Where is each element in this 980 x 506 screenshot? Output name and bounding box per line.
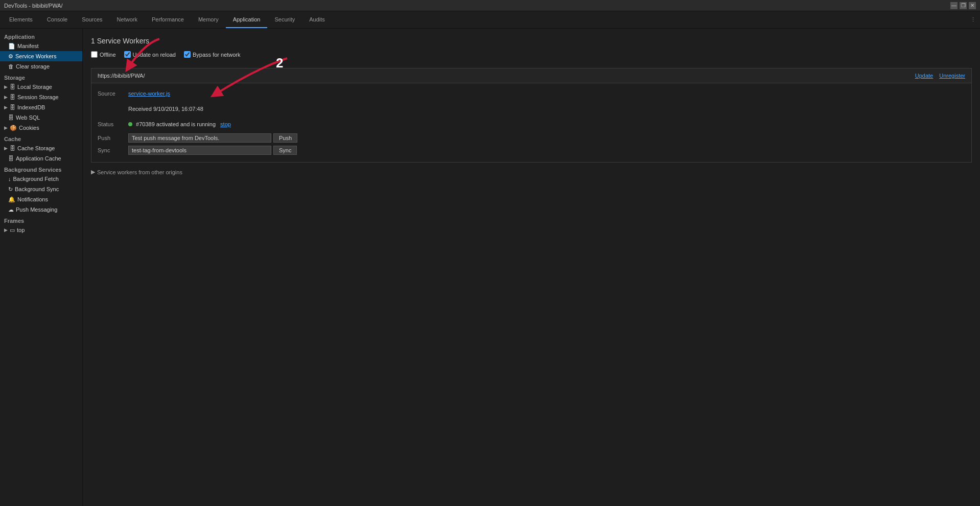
sw-sync-row: Sync Sync bbox=[98, 146, 965, 155]
push-label: Push bbox=[98, 135, 128, 141]
fetch-icon: ↓ bbox=[8, 176, 11, 182]
sw-url: https://bibibit/PWA/ bbox=[98, 73, 145, 79]
toolbar-icons: ⋮ bbox=[970, 11, 980, 28]
sidebar-section-frames: Frames bbox=[0, 215, 82, 225]
tab-sources[interactable]: Sources bbox=[75, 11, 109, 28]
maximize-button[interactable]: ❐ bbox=[960, 2, 967, 9]
sw-entry-header: https://bibibit/PWA/ Update Unregister bbox=[91, 68, 971, 83]
sidebar-item-local-storage[interactable]: ▶ 🗄 Local Storage bbox=[0, 82, 82, 92]
tab-elements[interactable]: Elements bbox=[2, 11, 40, 28]
bypass-for-network-label[interactable]: Bypass for network bbox=[184, 51, 241, 58]
sidebar-item-clear-storage[interactable]: 🗑 Clear storage bbox=[0, 61, 82, 72]
sidebar-item-indexeddb[interactable]: ▶ 🗄 IndexedDB bbox=[0, 102, 82, 112]
update-link[interactable]: Update bbox=[915, 73, 933, 79]
stop-link[interactable]: stop bbox=[220, 121, 231, 127]
sw-header-actions: Update Unregister bbox=[915, 73, 965, 79]
source-file-link[interactable]: service-worker.js bbox=[128, 90, 170, 97]
offline-checkbox-label[interactable]: Offline bbox=[91, 51, 116, 58]
window-controls[interactable]: — ❐ ✕ bbox=[950, 2, 976, 9]
db-icon: 🗄 bbox=[10, 104, 15, 110]
sidebar-section-application: Application bbox=[0, 31, 82, 41]
db-icon: 🗄 bbox=[8, 114, 14, 121]
cache-icon: 🗄 bbox=[10, 145, 15, 151]
sidebar-item-web-sql[interactable]: 🗄 Web SQL bbox=[0, 112, 82, 123]
more-icon[interactable]: ⋮ bbox=[970, 16, 976, 23]
sw-panel-title: 1 Service Workers bbox=[91, 37, 972, 45]
offline-checkbox[interactable] bbox=[91, 51, 98, 58]
received-text: Received 9/10/2019, 16:07:48 bbox=[128, 106, 203, 112]
sw-entry-body: Source service-worker.js Received 9/10/2… bbox=[91, 83, 971, 162]
tab-memory[interactable]: Memory bbox=[191, 11, 226, 28]
frame-icon: ▭ bbox=[10, 227, 15, 234]
notifications-icon: 🔔 bbox=[8, 196, 15, 203]
sidebar-item-service-workers[interactable]: ⚙ Service Workers bbox=[0, 51, 82, 61]
main-layout: Application 📄 Manifest ⚙ Service Workers… bbox=[0, 29, 980, 506]
cookie-icon: 🍪 bbox=[10, 125, 17, 131]
sidebar-section-storage: Storage bbox=[0, 72, 82, 82]
sw-status-value: #70389 activated and is running stop bbox=[128, 121, 231, 127]
sw-other-origins[interactable]: ▶ Service workers from other origins bbox=[91, 169, 972, 175]
sw-entry: https://bibibit/PWA/ Update Unregister S… bbox=[91, 68, 972, 163]
sw-checkboxes: Offline Update on reload Bypass for netw… bbox=[91, 51, 972, 58]
sw-push-row: Push Push bbox=[98, 133, 965, 143]
sync-icon: ↻ bbox=[8, 186, 13, 193]
sidebar-section-bg-services: Background Services bbox=[0, 164, 82, 174]
db-icon: 🗄 bbox=[10, 84, 15, 90]
sidebar-item-application-cache[interactable]: 🗄 Application Cache bbox=[0, 153, 82, 164]
sidebar-item-background-fetch[interactable]: ↓ Background Fetch bbox=[0, 174, 82, 184]
bypass-for-network-checkbox[interactable] bbox=[184, 51, 191, 58]
tab-audits[interactable]: Audits bbox=[302, 11, 332, 28]
sidebar-item-push-messaging[interactable]: ☁ Push Messaging bbox=[0, 204, 82, 215]
cache-icon: 🗄 bbox=[8, 155, 14, 162]
status-dot bbox=[128, 122, 132, 126]
devtools-toolbar: Elements Console Sources Network Perform… bbox=[0, 11, 980, 29]
service-workers-icon: ⚙ bbox=[8, 53, 13, 60]
sync-button[interactable]: Sync bbox=[273, 146, 297, 155]
sidebar-item-top-frame[interactable]: ▶ ▭ top bbox=[0, 225, 82, 235]
sidebar-section-cache: Cache bbox=[0, 133, 82, 143]
source-label: Source bbox=[98, 90, 128, 97]
tab-application[interactable]: Application bbox=[226, 11, 268, 28]
update-on-reload-label[interactable]: Update on reload bbox=[124, 51, 176, 58]
push-input[interactable] bbox=[128, 133, 271, 143]
sidebar-item-notifications[interactable]: 🔔 Notifications bbox=[0, 194, 82, 204]
chevron-right-icon: ▶ bbox=[4, 125, 8, 130]
sw-panel-wrapper: 2 1 Service Workers Offline Update on re… bbox=[83, 29, 980, 183]
sync-label: Sync bbox=[98, 147, 128, 153]
manifest-icon: 📄 bbox=[8, 43, 15, 50]
tab-security[interactable]: Security bbox=[267, 11, 302, 28]
chevron-right-icon: ▶ bbox=[4, 227, 8, 233]
sidebar-item-cache-storage[interactable]: ▶ 🗄 Cache Storage bbox=[0, 143, 82, 153]
chevron-right-icon: ▶ bbox=[4, 84, 8, 89]
title-bar: DevTools - bibibit/PWA/ — ❐ ✕ bbox=[0, 0, 980, 11]
close-button[interactable]: ✕ bbox=[969, 2, 976, 9]
chevron-right-icon: ▶ bbox=[91, 169, 95, 175]
push-button[interactable]: Push bbox=[273, 133, 297, 143]
push-icon: ☁ bbox=[8, 206, 14, 213]
sidebar-item-session-storage[interactable]: ▶ 🗄 Session Storage bbox=[0, 92, 82, 102]
sidebar-item-background-sync[interactable]: ↻ Background Sync bbox=[0, 184, 82, 194]
chevron-right-icon: ▶ bbox=[4, 105, 8, 110]
sidebar-item-manifest[interactable]: 📄 Manifest bbox=[0, 41, 82, 51]
status-label: Status bbox=[98, 121, 128, 127]
clear-storage-icon: 🗑 bbox=[8, 63, 14, 70]
chevron-right-icon: ▶ bbox=[4, 146, 8, 151]
sidebar: Application 📄 Manifest ⚙ Service Workers… bbox=[0, 29, 83, 506]
minimize-button[interactable]: — bbox=[950, 2, 958, 9]
sw-status-row: Status #70389 activated and is running s… bbox=[98, 118, 965, 130]
sync-input[interactable] bbox=[128, 146, 271, 155]
sw-received-row: Received 9/10/2019, 16:07:48 bbox=[98, 103, 965, 115]
unregister-link[interactable]: Unregister bbox=[939, 73, 965, 79]
tab-network[interactable]: Network bbox=[110, 11, 145, 28]
chevron-right-icon: ▶ bbox=[4, 95, 8, 100]
update-on-reload-checkbox[interactable] bbox=[124, 51, 131, 58]
tab-console[interactable]: Console bbox=[40, 11, 75, 28]
db-icon: 🗄 bbox=[10, 94, 15, 100]
tab-performance[interactable]: Performance bbox=[145, 11, 191, 28]
title-bar-text: DevTools - bibibit/PWA/ bbox=[4, 3, 63, 9]
main-content: 2 1 Service Workers Offline Update on re… bbox=[83, 29, 980, 506]
sidebar-item-cookies[interactable]: ▶ 🍪 Cookies bbox=[0, 123, 82, 133]
sw-source-row: Source service-worker.js bbox=[98, 87, 965, 100]
sw-panel: 1 Service Workers Offline Update on relo… bbox=[83, 29, 980, 183]
